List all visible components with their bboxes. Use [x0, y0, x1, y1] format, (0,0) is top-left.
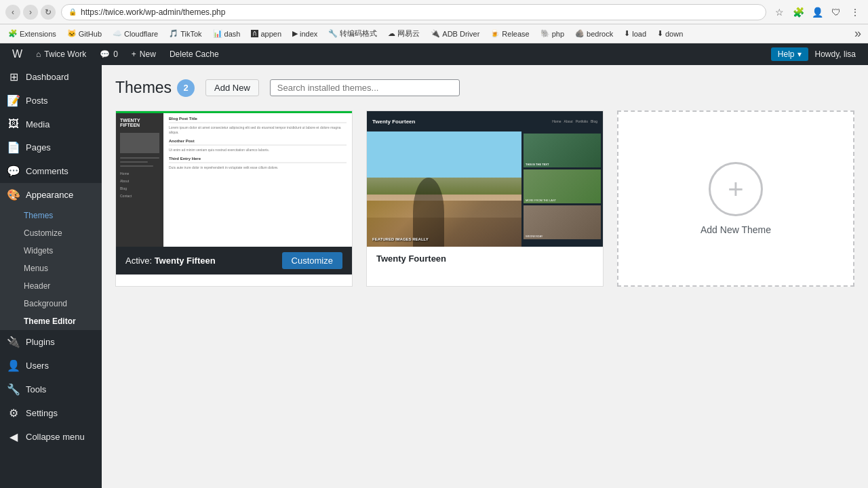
- browser-chrome: ‹ › ↻ 🔒 https://twice.work/wp-admin/them…: [0, 0, 868, 24]
- sidebar-item-users[interactable]: 👤 Users: [0, 354, 102, 378]
- wp-admin-bar: W ⌂ Twice Work 💬 0 + New Delete Cache He…: [0, 43, 868, 65]
- sidebar-item-appearance[interactable]: 🎨 Appearance: [0, 183, 102, 207]
- sidebar-item-pages[interactable]: 📄 Pages: [0, 136, 102, 159]
- extensions-bookmark-icon: 🧩: [8, 29, 18, 38]
- sidebar-item-collapse[interactable]: ◀ Collapse menu: [0, 425, 102, 449]
- fourteen-side-panel: THIS IS THE TEXT MORE FROM THE LAST WEDN…: [521, 131, 603, 247]
- release-bookmark-icon: 🍺: [490, 29, 500, 38]
- sidebar-item-media[interactable]: 🖼 Media: [0, 113, 102, 136]
- browser-nav-buttons: ‹ › ↻: [5, 5, 56, 20]
- add-new-theme-card[interactable]: + Add New Theme: [617, 110, 854, 287]
- adb-bookmark-icon: 🔌: [431, 29, 440, 38]
- menu-button[interactable]: ⋮: [848, 5, 863, 20]
- bookmark-php[interactable]: 🐘 php: [536, 28, 568, 39]
- help-button[interactable]: Help ▾: [771, 47, 808, 61]
- profile-button[interactable]: 👤: [810, 5, 825, 20]
- appearance-submenu: Themes Customize Widgets Menus Header Ba…: [0, 207, 102, 330]
- sidebar-item-plugins[interactable]: 🔌 Plugins: [0, 330, 102, 354]
- twenty-fifteen-thumbnail: TWENTY FIFTEEN Home About Blog Contact: [116, 111, 352, 247]
- forward-button[interactable]: ›: [23, 5, 38, 20]
- sidebar-submenu-background[interactable]: Background: [0, 295, 102, 312]
- sidebar-item-comments-label: Comments: [26, 166, 68, 176]
- sidebar-item-posts[interactable]: 📝 Posts: [0, 89, 102, 113]
- sidebar-submenu-customize[interactable]: Customize: [0, 224, 102, 242]
- bookmark-index[interactable]: ▶ index: [288, 28, 321, 39]
- sidebar-item-dashboard-label: Dashboard: [26, 72, 69, 82]
- sidebar-item-plugins-label: Plugins: [26, 337, 55, 347]
- twenty-fourteen-thumbnail: Twenty Fourteen Home About Portfolio Blo…: [367, 111, 603, 247]
- themes-grid: TWENTY FIFTEEN Home About Blog Contact: [115, 110, 854, 287]
- twenty-fourteen-info-bar: Twenty Fourteen: [367, 247, 603, 270]
- sidebar-item-appearance-label: Appearance: [26, 190, 73, 200]
- theme-card-twenty-fifteen: TWENTY FIFTEEN Home About Blog Contact: [115, 110, 353, 287]
- theme-count-badge: 2: [177, 79, 195, 97]
- users-icon: 👤: [7, 359, 20, 372]
- add-new-button[interactable]: Add New: [205, 79, 259, 96]
- sidebar-item-settings[interactable]: ⚙ Settings: [0, 401, 102, 425]
- bookmark-tiktok[interactable]: 🎵 TikTok: [165, 28, 205, 39]
- delete-cache-item[interactable]: Delete Cache: [163, 43, 226, 65]
- active-theme-label: Active: Twenty Fifteen: [125, 256, 216, 266]
- sidebar-item-dashboard[interactable]: ⊞ Dashboard: [0, 65, 102, 89]
- comments-nav-icon: 💬: [7, 165, 20, 178]
- tools-icon: 🔧: [7, 383, 20, 396]
- sidebar-menu: ⊞ Dashboard 📝 Posts 🖼 Media 📄 Pages 💬 Co…: [0, 65, 102, 449]
- sidebar-item-users-label: Users: [26, 361, 49, 371]
- site-name-item[interactable]: ⌂ Twice Work: [29, 43, 93, 65]
- bedrock-bookmark-icon: 🪨: [575, 29, 585, 38]
- sidebar-submenu-theme-editor[interactable]: Theme Editor: [0, 312, 102, 330]
- bookmark-down[interactable]: ⬇ down: [653, 28, 687, 39]
- greeting-text: Howdy, lisa: [815, 49, 856, 59]
- media-icon: 🖼: [7, 118, 20, 130]
- bookmark-adb[interactable]: 🔌 ADB Driver: [427, 28, 484, 39]
- sidebar-submenu-themes[interactable]: Themes: [0, 207, 102, 224]
- extensions-button[interactable]: 🧩: [791, 5, 806, 20]
- more-bookmarks-button[interactable]: »: [852, 26, 864, 41]
- home-icon: ⌂: [36, 49, 41, 59]
- twenty-fourteen-name: Twenty Fourteen: [376, 253, 446, 264]
- add-new-theme-label: Add New Theme: [701, 224, 771, 235]
- cloudflare-bookmark-icon: ☁️: [113, 29, 122, 38]
- theme-card-twenty-fourteen: Twenty Fourteen Home About Portfolio Blo…: [366, 110, 604, 287]
- back-button[interactable]: ‹: [5, 5, 20, 20]
- bookmark-extensions[interactable]: 🧩 Extensions: [4, 28, 60, 39]
- url-bar[interactable]: 🔒 https://twice.work/wp-admin/themes.php: [61, 4, 766, 20]
- pages-icon: 📄: [7, 141, 20, 154]
- sidebar-item-comments[interactable]: 💬 Comments: [0, 159, 102, 183]
- customize-button[interactable]: Customize: [282, 252, 342, 269]
- bookmark-cloudflare[interactable]: ☁️ Cloudflare: [108, 28, 162, 39]
- sidebar-submenu-menus[interactable]: Menus: [0, 260, 102, 277]
- bookmark-release[interactable]: 🍺 Release: [486, 28, 533, 39]
- transcode-bookmark-icon: 🔧: [328, 29, 338, 38]
- bookmark-load[interactable]: ⬇ load: [620, 28, 650, 39]
- sidebar-item-tools[interactable]: 🔧 Tools: [0, 378, 102, 401]
- search-themes-input[interactable]: [270, 79, 460, 96]
- sidebar-submenu-widgets[interactable]: Widgets: [0, 242, 102, 260]
- themes-header: Themes 2 Add New: [115, 79, 854, 97]
- bookmark-appen[interactable]: 🅰 appen: [247, 28, 285, 39]
- new-content-item[interactable]: + New: [125, 43, 163, 65]
- bookmark-bedrock[interactable]: 🪨 bedrock: [571, 28, 617, 39]
- sidebar-submenu-header[interactable]: Header: [0, 277, 102, 295]
- ssl-lock-icon: 🔒: [68, 8, 77, 16]
- bookmark-star-button[interactable]: ☆: [772, 5, 787, 20]
- page-title: Themes 2: [115, 79, 195, 97]
- wp-logo-item[interactable]: W: [5, 43, 29, 65]
- refresh-button[interactable]: ↻: [41, 5, 56, 20]
- bookmark-dash[interactable]: 📊 dash: [209, 28, 245, 39]
- down-bookmark-icon: ⬇: [657, 29, 663, 38]
- comments-icon: 💬: [100, 49, 110, 59]
- dash-bookmark-icon: 📊: [213, 29, 222, 38]
- comments-item[interactable]: 💬 0: [93, 43, 125, 65]
- collapse-icon: ◀: [7, 430, 20, 443]
- sidebar-item-tools-label: Tools: [26, 384, 46, 394]
- site-name: Twice Work: [44, 49, 86, 59]
- help-chevron-icon: ▾: [797, 49, 802, 59]
- delete-cache-label: Delete Cache: [170, 49, 219, 59]
- bookmark-github[interactable]: 🐱 GitHub: [63, 28, 106, 39]
- url-text: https://twice.work/wp-admin/themes.php: [81, 7, 225, 17]
- adblock-button[interactable]: 🛡: [829, 5, 844, 20]
- bookmark-transcode[interactable]: 🔧 转编码格式: [324, 27, 381, 40]
- load-bookmark-icon: ⬇: [624, 29, 630, 38]
- bookmark-netease[interactable]: ☁ 网易云: [384, 27, 424, 40]
